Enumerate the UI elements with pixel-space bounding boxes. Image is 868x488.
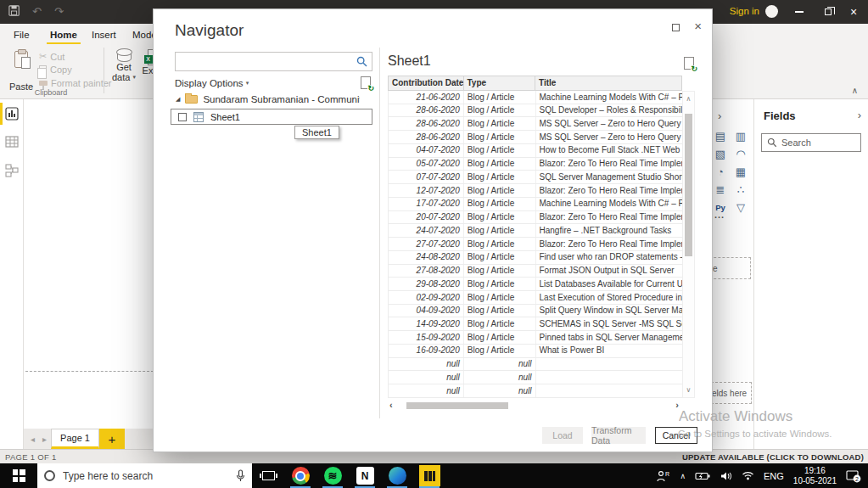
preview-row: 28-06-2020Blog / ArticleSQL Developer – …	[389, 104, 682, 118]
load-button[interactable]: Load	[542, 427, 583, 444]
collapse-ribbon-icon[interactable]: ∧	[852, 86, 858, 95]
save-icon[interactable]	[8, 5, 20, 20]
scroll-left-icon[interactable]: ‹	[389, 400, 393, 410]
taskbar-app-edge[interactable]	[381, 463, 413, 488]
scroll-right-icon[interactable]: ›	[675, 400, 679, 410]
navigator-search-input[interactable]	[176, 53, 356, 70]
cancel-button[interactable]: Cancel	[655, 427, 697, 444]
stacked-bar-chart-icon[interactable]: ▤	[714, 130, 727, 143]
expand-visualizations-icon[interactable]: ›	[718, 109, 721, 122]
combo-chart-icon[interactable]: ▧	[714, 148, 727, 161]
copy-button[interactable]: Copy	[39, 65, 72, 75]
volume-icon[interactable]	[720, 471, 732, 481]
preview-cell: Blog / Article	[464, 171, 536, 183]
model-view-button[interactable]	[5, 164, 19, 181]
tree-folder-row[interactable]: ◢ Sundaram Subramanian - Community Contr…	[176, 94, 360, 104]
vertical-scrollbar[interactable]: ∧ ∨	[682, 91, 695, 398]
minimize-button[interactable]	[785, 0, 814, 24]
transform-data-button[interactable]: Transform Data	[591, 427, 646, 444]
preview-cell: Blog / Article	[464, 158, 536, 171]
vertical-scroll-thumb[interactable]	[685, 114, 692, 256]
task-view-button[interactable]	[252, 463, 284, 488]
navigator-search-box[interactable]	[175, 52, 372, 71]
paste-button[interactable]: Paste	[7, 49, 36, 93]
power-bi-desktop-screen: ↶ ↷ Sign in × File Home Insert Modeling …	[0, 0, 868, 488]
page-tab[interactable]: Page 1	[51, 429, 99, 449]
matrix-visual-icon[interactable]: ▦	[734, 165, 748, 179]
taskbar-search-box[interactable]	[37, 463, 252, 488]
taskbar-app-power-bi[interactable]	[413, 463, 445, 488]
taskbar-app-spotify[interactable]: ≋	[316, 463, 349, 488]
preview-cell: Blog / Article	[464, 265, 536, 278]
wifi-icon[interactable]	[742, 471, 754, 480]
display-options-dropdown[interactable]: Display Options ▾	[175, 78, 249, 88]
collapse-fields-icon[interactable]: ›	[858, 109, 861, 121]
preview-row: 15-09-2020Blog / ArticlePinned tabs in S…	[389, 331, 682, 345]
dialog-close-icon[interactable]: ×	[694, 19, 702, 34]
dialog-maximize-icon[interactable]	[672, 24, 680, 31]
preview-cell: Blazor: Zero To Hero Real Time Implement…	[536, 238, 683, 250]
taskbar-search-input[interactable]	[63, 470, 228, 482]
fields-search-input[interactable]	[781, 137, 849, 148]
undo-icon[interactable]: ↶	[32, 5, 42, 19]
start-button[interactable]	[0, 463, 37, 488]
horizontal-scrollbar[interactable]: ‹ ›	[388, 400, 682, 412]
new-page-button[interactable]: +	[99, 429, 125, 449]
preview-cell: Blog / Article	[464, 291, 536, 304]
avatar[interactable]	[765, 5, 778, 18]
sheet-label: Sheet1	[210, 112, 240, 122]
refresh-sheet-icon[interactable]	[684, 57, 694, 70]
restore-button[interactable]	[814, 0, 843, 24]
funnel-chart-icon[interactable]: ▽	[734, 201, 748, 215]
taskbar-app-notion[interactable]: N	[349, 463, 381, 488]
report-view-button[interactable]	[5, 107, 19, 124]
microphone-icon[interactable]	[236, 469, 245, 482]
horizontal-scroll-thumb[interactable]	[406, 402, 508, 409]
previous-page-icon[interactable]: ◂	[31, 435, 35, 444]
preview-cell: 24-07-2020	[389, 224, 464, 237]
tab-home[interactable]: Home	[47, 27, 81, 45]
preview-cell: null	[464, 371, 536, 384]
people-icon[interactable]: R	[657, 470, 670, 482]
scroll-up-icon[interactable]: ∧	[683, 95, 694, 103]
close-button[interactable]: ×	[839, 0, 868, 24]
field-well-bottom-text: elds here	[712, 389, 747, 398]
refresh-preview-icon[interactable]	[361, 76, 371, 89]
tree-sheet-row[interactable]: Sheet1	[171, 109, 372, 125]
column-header-type[interactable]: Type	[464, 76, 536, 90]
sign-in-link[interactable]: Sign in	[730, 6, 759, 16]
column-header-contribution-date[interactable]: Contribution Date	[389, 76, 464, 90]
language-indicator[interactable]: ENG	[764, 471, 784, 481]
preview-row: 02-09-2020Blog / ArticleLast Execution o…	[389, 291, 682, 305]
update-available-link[interactable]: UPDATE AVAILABLE (CLICK TO DOWNLOAD)	[682, 452, 864, 462]
more-visuals-button[interactable]: ...	[714, 210, 725, 220]
area-chart-icon[interactable]: ◠	[734, 148, 748, 161]
tab-insert[interactable]: Insert	[88, 27, 120, 42]
redo-icon[interactable]: ↷	[54, 5, 64, 19]
scatter-chart-icon[interactable]: ∴	[734, 183, 748, 197]
sheet-checkbox[interactable]	[178, 113, 187, 121]
notion-icon: N	[356, 467, 374, 485]
data-view-button[interactable]	[5, 135, 19, 152]
preview-row: 21-06-2020Blog / ArticleMachine Learning…	[389, 91, 682, 104]
column-header-title[interactable]: Title	[535, 76, 681, 90]
system-tray: R ∧ ENG 19:16 10-05-2021 2	[657, 466, 868, 486]
show-hidden-icons-chevron[interactable]: ∧	[680, 472, 686, 480]
fields-search-box[interactable]	[761, 133, 861, 152]
preview-cell: 17-07-2020	[389, 198, 464, 210]
get-data-button[interactable]: Getdata ▾	[109, 48, 139, 82]
cut-button[interactable]: ✂ Cut	[39, 51, 64, 62]
format-painter-button[interactable]: Format painter	[39, 78, 112, 88]
next-page-icon[interactable]: ▸	[42, 435, 47, 444]
battery-icon[interactable]	[695, 471, 711, 481]
tab-file[interactable]: File	[10, 27, 33, 42]
notification-center-icon[interactable]: 2	[846, 469, 861, 483]
scroll-down-icon[interactable]: ∨	[683, 386, 694, 394]
clock[interactable]: 19:16 10-05-2021	[793, 466, 837, 486]
clustered-column-chart-icon[interactable]: ▥	[734, 130, 748, 143]
preview-row: 28-06-2020Blog / ArticleMS SQL Server – …	[389, 117, 682, 131]
taskbar-app-chrome[interactable]	[284, 463, 316, 488]
slicer-icon[interactable]: ≣	[714, 183, 727, 197]
tree-expander-icon[interactable]: ◢	[176, 96, 180, 103]
donut-chart-icon[interactable]: ◔	[714, 165, 727, 179]
